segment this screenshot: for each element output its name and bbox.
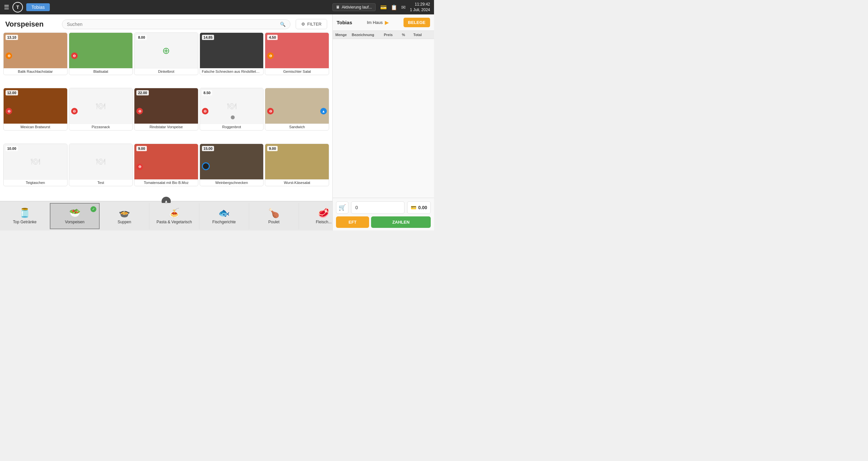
item-card-dinkelbrot[interactable]: ⊕ 8.00 Dinkelbrot <box>134 32 198 75</box>
item-image-wrapper-tomatensalat: 9.00 ⊖ <box>134 144 198 179</box>
nav-item-top-getraenke[interactable]: 🫙 Top Getränke <box>0 203 50 229</box>
datetime-display: 11:29:42 1 Juli, 2024 <box>410 2 430 13</box>
item-badge-circle <box>202 162 210 170</box>
item-card-mexican-bratwurst[interactable]: 12.00 ⊖ Mexican Bratwurst <box>3 88 67 130</box>
filter-icon: ⚙ <box>301 22 305 27</box>
item-card-teigtaschen[interactable]: 🍽 10.00 Teigtaschen <box>3 144 67 186</box>
right-bottom-actions: 🛒 0 💳 0.00 EFT ZAHLEN <box>333 198 434 230</box>
item-image-wrapper-test: 🍽 <box>69 144 133 179</box>
item-image-wrapper-wurst-kasesalat: 9.00 <box>265 144 329 179</box>
item-name-mexican-bratwurst: Mexican Bratwurst <box>4 124 67 130</box>
cart-icon-button[interactable]: 🛒 <box>336 201 348 214</box>
item-card-wurst-kasesalat[interactable]: 9.00 Wurst-Käsesalat <box>265 144 329 186</box>
calculator-icon: 🖩 <box>336 5 340 9</box>
item-card-sandwich[interactable]: ⊖ ▲ Sandwich <box>265 88 329 130</box>
nav-item-poulet[interactable]: 🍗 Poulet <box>249 203 299 229</box>
item-card-weinbergschnecken[interactable]: 15.00 Weinbergschnecken <box>199 144 264 186</box>
nav-icon-top-getraenke: 🫙 <box>19 208 30 218</box>
eft-button[interactable]: EFT <box>336 216 369 228</box>
nav-icon-fleisch: 🥩 <box>318 208 330 218</box>
item-card-test[interactable]: 🍽 Test <box>69 144 133 186</box>
mail-icon[interactable]: ✉ <box>401 4 405 10</box>
wallet-icon[interactable]: 💳 <box>380 4 387 10</box>
nav-icon-suppen: 🍲 <box>119 208 130 218</box>
page-title: Vorspeisen <box>5 20 43 29</box>
item-name-teigtaschen: Teigtaschen <box>4 179 67 186</box>
clipboard-icon[interactable]: 📋 <box>391 4 397 10</box>
item-image-wrapper-gemischter-salat: 4.50 ⊖ <box>265 33 329 68</box>
search-input[interactable] <box>67 22 280 27</box>
item-badge-red: ⊖ <box>202 108 209 115</box>
item-name-balik: Balik Rauchlachstatar <box>4 68 67 75</box>
item-badge-orange: ⊖ <box>6 53 12 59</box>
item-placeholder-test: 🍽 <box>69 144 133 179</box>
right-panel: Tobias Im Haus ▶ BELEGE Menge Bezeichnun… <box>332 14 434 230</box>
cart-total-display: 💳 0.00 <box>407 201 431 214</box>
item-name-roggenbrot: Roggenbrot <box>200 124 264 130</box>
nav-item-fleisch[interactable]: 🥩 Fleisch... <box>299 203 332 229</box>
nav-icon-pasta-vegetarisch: 🍝 <box>168 208 180 218</box>
item-name-dinkelbrot: Dinkelbrot <box>134 68 198 75</box>
item-price-roggenbrot: 8.50 <box>202 90 212 95</box>
nav-label-fischgerichte: Fischgerichte <box>212 220 236 224</box>
item-price-balik: 13.10 <box>6 35 18 40</box>
cart-count-display: 0 <box>351 201 404 214</box>
item-image-wrapper-roggenbrot: 🍽 8.50 ⊖ <box>200 88 264 124</box>
action-buttons: EFT ZAHLEN <box>336 216 431 228</box>
search-icon: 🔍 <box>280 22 285 27</box>
filter-button[interactable]: ⚙ FILTER <box>296 19 327 29</box>
item-price-dinkelbrot: 8.00 <box>136 35 147 40</box>
nav-categories: 🫙 Top Getränke ✓ 🥗 Vorspeisen 🍲 Suppen 🍝… <box>0 203 332 229</box>
right-header: Tobias Im Haus ▶ BELEGE <box>333 14 434 31</box>
item-image-wrapper-weinbergschnecken: 15.00 <box>200 144 264 179</box>
item-name-gemischter-salat: Gemischter Salat <box>265 68 329 75</box>
nav-icon-poulet: 🍗 <box>268 208 280 218</box>
item-card-tomatensalat[interactable]: 9.00 ⊖ Tomatensalat mit Bio B.Moz <box>134 144 198 186</box>
nav-icon-fischgerichte: 🐟 <box>218 208 230 218</box>
nav-label-vorspeisen: Vorspeisen <box>65 220 84 224</box>
item-name-sandwich: Sandwich <box>265 124 329 130</box>
item-card-pizzasnack[interactable]: 🍽 ⊖ Pizzasnack <box>69 88 133 130</box>
item-name-weinbergschnecken: Weinbergschnecken <box>200 179 264 186</box>
search-bar: 🔍 <box>62 19 290 29</box>
item-badge-red: ⊖ <box>136 164 143 170</box>
items-grid: 13.10 ⊖ Balik Rauchlachstatar ⊖ Blattsal… <box>0 32 332 201</box>
item-price-wurst-kasesalat: 9.00 <box>267 146 277 151</box>
user-name-header[interactable]: Tobias <box>26 3 50 11</box>
main-layout: Vorspeisen 🔍 ⚙ FILTER 13.10 ⊖ Balik Rauc… <box>0 14 434 230</box>
header-right-section: 🖩 Aktivierung lauf... 💳 📋 ✉ 11:29:42 1 J… <box>332 2 430 13</box>
app-header: ☰ T Tobias 🖩 Aktivierung lauf... 💳 📋 ✉ 1… <box>0 0 434 14</box>
item-card-falsche-schnecken[interactable]: 14.85 Falsche Schnecken aus Rindsfiletwü… <box>199 32 264 75</box>
header-icon-group: 💳 📋 ✉ <box>380 4 405 10</box>
user-logo: T <box>12 2 23 12</box>
menu-icon[interactable]: ☰ <box>4 4 9 11</box>
nav-item-pasta-vegetarisch[interactable]: 🍝 Pasta & Vegetarisch <box>150 203 199 229</box>
item-price-mexican-bratwurst: 12.00 <box>6 90 18 95</box>
item-card-balik[interactable]: 13.10 ⊖ Balik Rauchlachstatar <box>3 32 67 75</box>
item-name-test: Test <box>69 179 133 186</box>
item-card-rindstatar[interactable]: 22.00 ⊖ Rindstatar Vorspeise <box>134 88 198 130</box>
order-table-header: Menge Bezeichnung Preis % Total <box>333 31 434 39</box>
left-panel: Vorspeisen 🔍 ⚙ FILTER 13.10 ⊖ Balik Rauc… <box>0 14 332 230</box>
item-card-gemischter-salat[interactable]: 4.50 ⊖ Gemischter Salat <box>265 32 329 75</box>
nav-label-fleisch: Fleisch... <box>316 220 332 224</box>
item-card-blattsalat[interactable]: ⊖ Blattsalat <box>69 32 133 75</box>
nav-item-vorspeisen[interactable]: ✓ 🥗 Vorspeisen <box>50 203 100 229</box>
bottom-nav: ▲ 🫙 Top Getränke ✓ 🥗 Vorspeisen 🍲 Suppen… <box>0 201 332 230</box>
nav-check-vorspeisen: ✓ <box>90 206 96 212</box>
item-price-tomatensalat: 9.00 <box>136 146 147 151</box>
item-price-falsche-schnecken: 14.85 <box>202 35 214 40</box>
cart-row: 🛒 0 💳 0.00 <box>336 201 431 214</box>
item-card-roggenbrot[interactable]: 🍽 8.50 ⊖ Roggenbrot <box>199 88 264 130</box>
item-price-gemischter-salat: 4.50 <box>267 35 277 40</box>
item-name-blattsalat: Blattsalat <box>69 68 133 75</box>
nav-item-suppen[interactable]: 🍲 Suppen <box>100 203 150 229</box>
nav-label-poulet: Poulet <box>268 220 279 224</box>
nav-icon-vorspeisen: 🥗 <box>69 208 81 218</box>
belege-button[interactable]: BELEGE <box>404 18 430 27</box>
zahlen-button[interactable]: ZAHLEN <box>371 216 431 228</box>
customer-name: Tobias <box>337 20 352 25</box>
item-badge-red: ⊖ <box>71 108 78 115</box>
item-image-wrapper-falsche-schnecken: 14.85 <box>200 33 264 68</box>
nav-item-fischgerichte[interactable]: 🐟 Fischgerichte <box>199 203 249 229</box>
